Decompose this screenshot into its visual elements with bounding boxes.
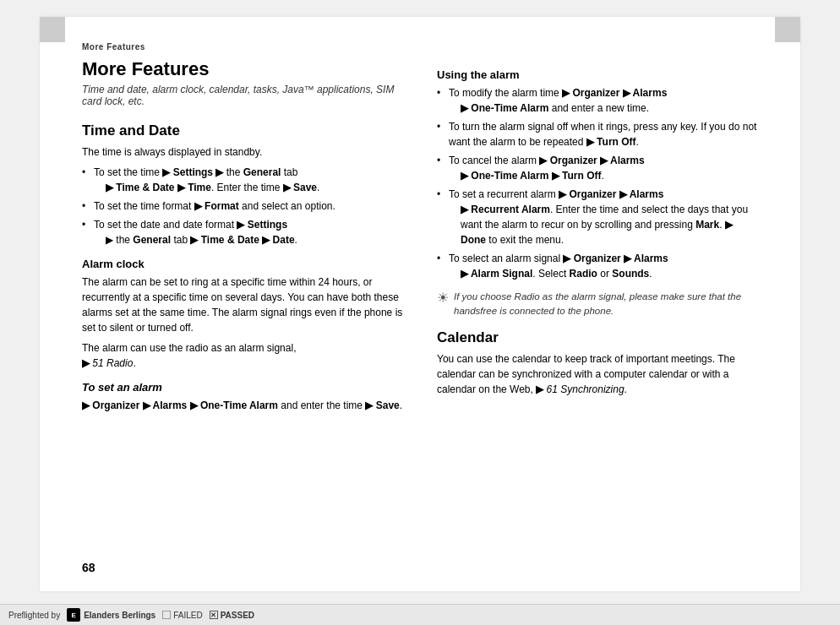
using-alarm-title: Using the alarm — [437, 68, 758, 81]
page-number: 68 — [82, 561, 95, 574]
bullet-set-time: To set the time ▶ Settings ▶ the General… — [82, 165, 403, 195]
page-title: More Features — [82, 58, 403, 80]
corner-decoration-left — [40, 17, 65, 42]
set-alarm-subtitle: To set an alarm — [82, 381, 403, 394]
failed-checkbox — [162, 611, 171, 619]
main-content: More Features Time and date, alarm clock… — [82, 58, 758, 418]
bullet-modify-alarm-sub: ▶ One-Time Alarm and enter a new time. — [449, 101, 758, 116]
preflight-bar: Preflighted by E Elanders Berlings FAILE… — [0, 604, 840, 625]
bullet-cancel-alarm: To cancel the alarm ▶ Organizer ▶ Alarms… — [437, 153, 758, 183]
bullet-set-date: To set the date and date format ▶ Settin… — [82, 217, 403, 247]
bullet-cancel-alarm-sub: ▶ One-Time Alarm ▶ Turn Off. — [449, 168, 758, 183]
calendar-body: You can use the calendar to keep track o… — [437, 351, 758, 397]
bullet-set-time-format: To set the time format ▶ Format and sele… — [82, 198, 403, 214]
status-failed: FAILED — [162, 611, 202, 620]
alarm-clock-ref: ▶ 51 Radio. — [82, 357, 136, 369]
bullet-modify-alarm: To modify the alarm time ▶ Organizer ▶ A… — [437, 85, 758, 116]
set-alarm-block: To set an alarm ▶ Organizer ▶ Alarms ▶ O… — [82, 381, 403, 413]
bullet-turn-off-alarm: To turn the alarm signal off when it rin… — [437, 119, 758, 149]
preflight-logo-icon: E — [67, 608, 80, 622]
bullet-set-time-text: To set the time ▶ Settings ▶ the General… — [94, 166, 297, 178]
alarm-clock-body2: The alarm can use the radio as an alarm … — [82, 340, 403, 371]
tip-box: ☀ If you choose Radio as the alarm signa… — [437, 290, 758, 319]
right-column: Using the alarm To modify the alarm time… — [437, 58, 758, 418]
bullet-recurrent-alarm-sub: ▶ Recurrent Alarm. Enter the time and se… — [449, 202, 758, 247]
page-container: More Features More Features Time and dat… — [40, 17, 800, 591]
bullet-alarm-signal: To select an alarm signal ▶ Organizer ▶ … — [437, 251, 758, 281]
failed-label: FAILED — [173, 611, 202, 620]
corner-decoration-right — [775, 17, 800, 42]
preflight-logo: E Elanders Berlings — [67, 608, 155, 622]
bullet-recurrent-alarm: To set a recurrent alarm ▶ Organizer ▶ A… — [437, 187, 758, 247]
calendar-body-text: You can use the calendar to keep track o… — [437, 353, 735, 395]
bullet-alarm-signal-sub: ▶ Alarm Signal. Select Radio or Sounds. — [449, 266, 758, 281]
time-date-body: The time is always displayed in standby. — [82, 144, 403, 160]
page-subtitle: Time and date, alarm clock, calendar, ta… — [82, 84, 403, 107]
using-alarm-bullets: To modify the alarm time ▶ Organizer ▶ A… — [437, 85, 758, 281]
preflight-label: Preflighted by — [8, 611, 60, 620]
alarm-clock-title: Alarm clock — [82, 258, 403, 270]
tip-icon: ☀ — [437, 290, 449, 306]
left-column: More Features Time and date, alarm clock… — [82, 58, 403, 418]
alarm-clock-body2-text: The alarm can use the radio as an alarm … — [82, 342, 296, 354]
bullet-set-time-bold1: ▶ Settings ▶ — [162, 166, 223, 178]
calendar-title: Calendar — [437, 329, 758, 346]
bullet-set-time-bold2: General — [243, 166, 281, 178]
set-alarm-instructions: ▶ Organizer ▶ Alarms ▶ One-Time Alarm an… — [82, 398, 403, 413]
status-passed: ✕ PASSED — [210, 611, 254, 620]
passed-checkbox: ✕ — [210, 611, 218, 619]
bullet-set-time-sub: ▶ Time & Date ▶ Time. Enter the time ▶ S… — [94, 180, 403, 195]
section-time-date-title: Time and Date — [82, 122, 403, 139]
page-header: More Features — [82, 42, 758, 52]
preflight-brand: Elanders Berlings — [84, 611, 155, 620]
passed-label: PASSED — [221, 611, 254, 620]
time-date-bullets: To set the time ▶ Settings ▶ the General… — [82, 165, 403, 247]
tip-text: If you choose Radio as the alarm signal,… — [454, 290, 758, 319]
alarm-clock-body: The alarm can be set to ring at a specif… — [82, 274, 403, 335]
bullet-set-date-sub: ▶ the General tab ▶ Time & Date ▶ Date. — [94, 232, 403, 247]
